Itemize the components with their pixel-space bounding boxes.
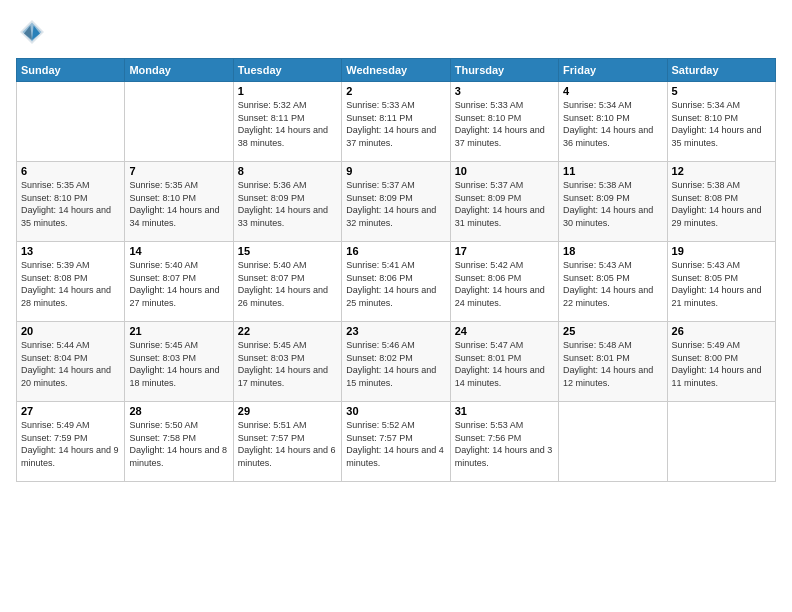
- day-number: 24: [455, 325, 554, 337]
- weekday-header: Saturday: [667, 59, 775, 82]
- day-info: Sunrise: 5:52 AM Sunset: 7:57 PM Dayligh…: [346, 419, 445, 469]
- day-number: 21: [129, 325, 228, 337]
- day-info: Sunrise: 5:43 AM Sunset: 8:05 PM Dayligh…: [563, 259, 662, 309]
- day-number: 25: [563, 325, 662, 337]
- page: SundayMondayTuesdayWednesdayThursdayFrid…: [0, 0, 792, 612]
- calendar-cell: 29Sunrise: 5:51 AM Sunset: 7:57 PM Dayli…: [233, 402, 341, 482]
- calendar-cell: 7Sunrise: 5:35 AM Sunset: 8:10 PM Daylig…: [125, 162, 233, 242]
- calendar-cell: 27Sunrise: 5:49 AM Sunset: 7:59 PM Dayli…: [17, 402, 125, 482]
- day-info: Sunrise: 5:46 AM Sunset: 8:02 PM Dayligh…: [346, 339, 445, 389]
- calendar-cell: 2Sunrise: 5:33 AM Sunset: 8:11 PM Daylig…: [342, 82, 450, 162]
- day-number: 6: [21, 165, 120, 177]
- day-number: 16: [346, 245, 445, 257]
- day-info: Sunrise: 5:33 AM Sunset: 8:10 PM Dayligh…: [455, 99, 554, 149]
- day-info: Sunrise: 5:53 AM Sunset: 7:56 PM Dayligh…: [455, 419, 554, 469]
- day-number: 29: [238, 405, 337, 417]
- calendar-cell: 15Sunrise: 5:40 AM Sunset: 8:07 PM Dayli…: [233, 242, 341, 322]
- day-info: Sunrise: 5:32 AM Sunset: 8:11 PM Dayligh…: [238, 99, 337, 149]
- logo-icon: [16, 16, 48, 48]
- weekday-header: Friday: [559, 59, 667, 82]
- calendar-week-row: 27Sunrise: 5:49 AM Sunset: 7:59 PM Dayli…: [17, 402, 776, 482]
- day-number: 14: [129, 245, 228, 257]
- day-number: 27: [21, 405, 120, 417]
- weekday-header: Wednesday: [342, 59, 450, 82]
- calendar-cell: 1Sunrise: 5:32 AM Sunset: 8:11 PM Daylig…: [233, 82, 341, 162]
- day-number: 23: [346, 325, 445, 337]
- calendar-cell: 8Sunrise: 5:36 AM Sunset: 8:09 PM Daylig…: [233, 162, 341, 242]
- calendar-cell: 16Sunrise: 5:41 AM Sunset: 8:06 PM Dayli…: [342, 242, 450, 322]
- day-info: Sunrise: 5:35 AM Sunset: 8:10 PM Dayligh…: [129, 179, 228, 229]
- day-number: 11: [563, 165, 662, 177]
- calendar-cell: 13Sunrise: 5:39 AM Sunset: 8:08 PM Dayli…: [17, 242, 125, 322]
- day-number: 9: [346, 165, 445, 177]
- day-number: 13: [21, 245, 120, 257]
- calendar-cell: 4Sunrise: 5:34 AM Sunset: 8:10 PM Daylig…: [559, 82, 667, 162]
- weekday-header: Tuesday: [233, 59, 341, 82]
- day-info: Sunrise: 5:37 AM Sunset: 8:09 PM Dayligh…: [346, 179, 445, 229]
- calendar-cell: 28Sunrise: 5:50 AM Sunset: 7:58 PM Dayli…: [125, 402, 233, 482]
- calendar-table: SundayMondayTuesdayWednesdayThursdayFrid…: [16, 58, 776, 482]
- weekday-header: Sunday: [17, 59, 125, 82]
- calendar-header-row: SundayMondayTuesdayWednesdayThursdayFrid…: [17, 59, 776, 82]
- calendar-cell: [667, 402, 775, 482]
- day-number: 12: [672, 165, 771, 177]
- day-info: Sunrise: 5:45 AM Sunset: 8:03 PM Dayligh…: [129, 339, 228, 389]
- calendar-week-row: 6Sunrise: 5:35 AM Sunset: 8:10 PM Daylig…: [17, 162, 776, 242]
- day-number: 5: [672, 85, 771, 97]
- day-info: Sunrise: 5:38 AM Sunset: 8:09 PM Dayligh…: [563, 179, 662, 229]
- logo: [16, 16, 52, 48]
- day-number: 7: [129, 165, 228, 177]
- calendar-cell: 17Sunrise: 5:42 AM Sunset: 8:06 PM Dayli…: [450, 242, 558, 322]
- calendar-cell: 25Sunrise: 5:48 AM Sunset: 8:01 PM Dayli…: [559, 322, 667, 402]
- day-info: Sunrise: 5:48 AM Sunset: 8:01 PM Dayligh…: [563, 339, 662, 389]
- calendar-cell: 23Sunrise: 5:46 AM Sunset: 8:02 PM Dayli…: [342, 322, 450, 402]
- day-number: 28: [129, 405, 228, 417]
- day-number: 20: [21, 325, 120, 337]
- day-info: Sunrise: 5:49 AM Sunset: 8:00 PM Dayligh…: [672, 339, 771, 389]
- weekday-header: Monday: [125, 59, 233, 82]
- day-info: Sunrise: 5:37 AM Sunset: 8:09 PM Dayligh…: [455, 179, 554, 229]
- day-info: Sunrise: 5:40 AM Sunset: 8:07 PM Dayligh…: [238, 259, 337, 309]
- day-info: Sunrise: 5:40 AM Sunset: 8:07 PM Dayligh…: [129, 259, 228, 309]
- calendar-week-row: 20Sunrise: 5:44 AM Sunset: 8:04 PM Dayli…: [17, 322, 776, 402]
- calendar-cell: [17, 82, 125, 162]
- calendar-cell: 10Sunrise: 5:37 AM Sunset: 8:09 PM Dayli…: [450, 162, 558, 242]
- day-number: 18: [563, 245, 662, 257]
- day-number: 3: [455, 85, 554, 97]
- day-number: 22: [238, 325, 337, 337]
- day-info: Sunrise: 5:39 AM Sunset: 8:08 PM Dayligh…: [21, 259, 120, 309]
- weekday-header: Thursday: [450, 59, 558, 82]
- day-info: Sunrise: 5:36 AM Sunset: 8:09 PM Dayligh…: [238, 179, 337, 229]
- day-info: Sunrise: 5:45 AM Sunset: 8:03 PM Dayligh…: [238, 339, 337, 389]
- day-info: Sunrise: 5:42 AM Sunset: 8:06 PM Dayligh…: [455, 259, 554, 309]
- day-info: Sunrise: 5:44 AM Sunset: 8:04 PM Dayligh…: [21, 339, 120, 389]
- day-info: Sunrise: 5:43 AM Sunset: 8:05 PM Dayligh…: [672, 259, 771, 309]
- day-number: 19: [672, 245, 771, 257]
- calendar-cell: 12Sunrise: 5:38 AM Sunset: 8:08 PM Dayli…: [667, 162, 775, 242]
- day-number: 15: [238, 245, 337, 257]
- calendar-cell: 5Sunrise: 5:34 AM Sunset: 8:10 PM Daylig…: [667, 82, 775, 162]
- calendar-cell: 19Sunrise: 5:43 AM Sunset: 8:05 PM Dayli…: [667, 242, 775, 322]
- day-info: Sunrise: 5:34 AM Sunset: 8:10 PM Dayligh…: [672, 99, 771, 149]
- day-info: Sunrise: 5:50 AM Sunset: 7:58 PM Dayligh…: [129, 419, 228, 469]
- calendar-cell: 9Sunrise: 5:37 AM Sunset: 8:09 PM Daylig…: [342, 162, 450, 242]
- day-number: 1: [238, 85, 337, 97]
- calendar-cell: 22Sunrise: 5:45 AM Sunset: 8:03 PM Dayli…: [233, 322, 341, 402]
- day-number: 17: [455, 245, 554, 257]
- day-info: Sunrise: 5:34 AM Sunset: 8:10 PM Dayligh…: [563, 99, 662, 149]
- calendar-cell: 18Sunrise: 5:43 AM Sunset: 8:05 PM Dayli…: [559, 242, 667, 322]
- day-number: 31: [455, 405, 554, 417]
- day-info: Sunrise: 5:35 AM Sunset: 8:10 PM Dayligh…: [21, 179, 120, 229]
- calendar-cell: 11Sunrise: 5:38 AM Sunset: 8:09 PM Dayli…: [559, 162, 667, 242]
- day-number: 30: [346, 405, 445, 417]
- calendar-cell: [125, 82, 233, 162]
- day-info: Sunrise: 5:41 AM Sunset: 8:06 PM Dayligh…: [346, 259, 445, 309]
- calendar-week-row: 1Sunrise: 5:32 AM Sunset: 8:11 PM Daylig…: [17, 82, 776, 162]
- calendar-cell: 3Sunrise: 5:33 AM Sunset: 8:10 PM Daylig…: [450, 82, 558, 162]
- day-info: Sunrise: 5:49 AM Sunset: 7:59 PM Dayligh…: [21, 419, 120, 469]
- calendar-cell: 6Sunrise: 5:35 AM Sunset: 8:10 PM Daylig…: [17, 162, 125, 242]
- header: [16, 16, 776, 48]
- day-number: 8: [238, 165, 337, 177]
- day-number: 26: [672, 325, 771, 337]
- day-number: 4: [563, 85, 662, 97]
